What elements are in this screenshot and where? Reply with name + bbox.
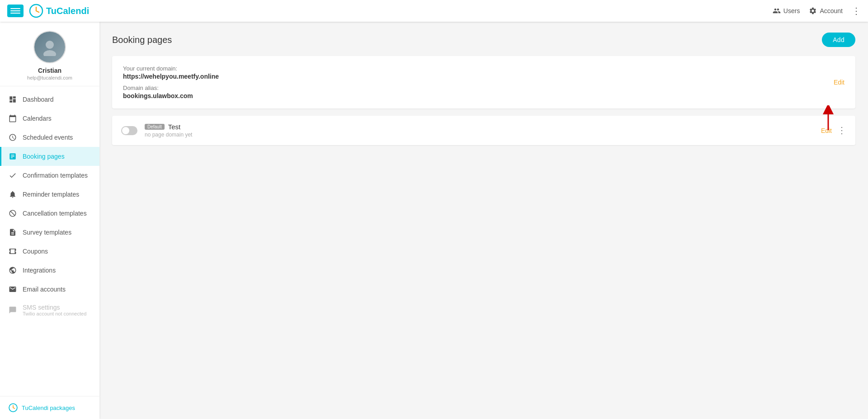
sidebar-item-label-scheduled-events: Scheduled events <box>23 134 73 141</box>
sidebar-item-booking-pages[interactable]: Booking pages <box>0 147 99 166</box>
sidebar-item-label-survey-templates: Survey templates <box>23 229 71 236</box>
clock-icon <box>8 133 17 142</box>
more-options-icon[interactable]: ⋮ <box>852 5 861 16</box>
coupon-icon <box>8 247 17 256</box>
sidebar-item-confirmation-templates[interactable]: Confirmation templates <box>0 166 99 185</box>
current-domain-row: Your current domain: https://wehelpyou.m… <box>123 65 219 80</box>
page-icon <box>8 152 17 161</box>
sidebar-item-reminder-templates[interactable]: Reminder templates <box>0 185 99 204</box>
default-badge: Default <box>145 124 165 130</box>
sidebar-item-label-dashboard: Dashboard <box>23 96 54 103</box>
sms-settings-sub: Twilio account not connected <box>23 311 86 316</box>
sidebar-item-dashboard[interactable]: Dashboard <box>0 90 99 109</box>
sms-icon <box>8 306 17 315</box>
hamburger-icon[interactable] <box>7 5 24 17</box>
packages-logo-icon <box>8 403 18 413</box>
sidebar-item-label-coupons: Coupons <box>23 248 48 255</box>
sidebar-footer: TuCalendi packages <box>0 396 99 419</box>
sidebar-item-label-calendars: Calendars <box>23 115 52 122</box>
topbar-right: Users Account ⋮ <box>773 5 861 16</box>
booking-page-toggle[interactable] <box>121 126 137 135</box>
profile-email: help@tucalendi.com <box>27 75 72 80</box>
topbar-brand: TuCalendi <box>29 4 89 18</box>
sidebar-item-sms-settings: SMS settings Twilio account not connecte… <box>0 299 99 321</box>
sidebar-item-scheduled-events[interactable]: Scheduled events <box>0 128 99 147</box>
add-button[interactable]: Add <box>822 33 855 47</box>
topbar-left: TuCalendi <box>7 4 89 18</box>
topbar: TuCalendi Users Account ⋮ <box>0 0 868 22</box>
sidebar-profile: Cristian help@tucalendi.com <box>0 22 99 86</box>
page-title: Booking pages <box>112 35 172 45</box>
svg-point-1 <box>46 41 54 49</box>
avatar-placeholder <box>34 32 65 62</box>
sidebar: Cristian help@tucalendi.com Dashboard Ca… <box>0 22 99 419</box>
domain-alias-row: Domain alias: bookings.ulawbox.com <box>123 85 219 99</box>
red-arrow-icon <box>823 105 834 132</box>
avatar <box>33 31 66 63</box>
check-icon <box>8 171 17 180</box>
more-options-booking-icon[interactable]: ⋮ <box>837 125 846 135</box>
sidebar-item-label-email-accounts: Email accounts <box>23 286 66 293</box>
survey-icon <box>8 228 17 237</box>
sidebar-item-label-integrations: Integrations <box>23 267 56 274</box>
sidebar-nav: Dashboard Calendars Scheduled events Boo… <box>0 86 99 396</box>
domain-alias-value: bookings.ulawbox.com <box>123 92 219 99</box>
brand-logo-icon <box>29 4 43 18</box>
sidebar-item-survey-templates[interactable]: Survey templates <box>0 223 99 242</box>
profile-name: Cristian <box>38 67 61 74</box>
sidebar-item-email-accounts[interactable]: Email accounts <box>0 280 99 299</box>
reminder-icon <box>8 190 17 199</box>
users-button[interactable]: Users <box>773 7 800 15</box>
sidebar-item-cancellation-templates[interactable]: Cancellation templates <box>0 204 99 223</box>
domain-edit-link[interactable]: Edit <box>834 79 844 86</box>
domain-alias-label: Domain alias: <box>123 85 219 91</box>
booking-page-card: Default Test no page domain yet Edit <box>112 116 855 145</box>
sms-settings-info: SMS settings Twilio account not connecte… <box>23 304 86 316</box>
current-domain-label: Your current domain: <box>123 65 219 72</box>
sidebar-item-label-cancellation-templates: Cancellation templates <box>23 210 87 217</box>
gear-icon <box>809 7 817 15</box>
domain-card: Your current domain: https://wehelpyou.m… <box>112 56 855 108</box>
users-label: Users <box>783 7 800 14</box>
domain-info: Your current domain: https://wehelpyou.m… <box>123 65 219 99</box>
svg-point-2 <box>43 50 56 56</box>
integrations-icon <box>8 266 17 275</box>
account-label: Account <box>820 7 843 14</box>
sidebar-item-coupons[interactable]: Coupons <box>0 242 99 261</box>
users-icon <box>773 7 781 15</box>
booking-page-section: Default Test no page domain yet Edit <box>112 116 855 151</box>
avatar-image <box>41 38 59 56</box>
sidebar-item-calendars[interactable]: Calendars <box>0 109 99 128</box>
cancel-icon <box>8 209 17 218</box>
page-header: Booking pages Add <box>112 33 855 47</box>
booking-page-name: Test <box>168 123 181 131</box>
calendar-icon <box>8 114 17 123</box>
arrow-container: ⋮ <box>837 126 846 135</box>
dashboard-icon <box>8 95 17 104</box>
sidebar-item-label-reminder-templates: Reminder templates <box>23 191 79 198</box>
booking-page-sub: no page domain yet <box>145 132 814 138</box>
current-domain-value: https://wehelpyou.meetfy.online <box>123 73 219 80</box>
packages-link[interactable]: TuCalendi packages <box>8 403 91 413</box>
sidebar-item-label-booking-pages: Booking pages <box>23 153 65 160</box>
email-icon <box>8 285 17 294</box>
booking-page-name-row: Default Test <box>145 123 814 131</box>
booking-page-info: Default Test no page domain yet <box>145 123 814 138</box>
brand-name: TuCalendi <box>46 6 89 16</box>
sidebar-item-integrations[interactable]: Integrations <box>0 261 99 280</box>
booking-page-actions: Edit ⋮ <box>821 126 846 135</box>
packages-label: TuCalendi packages <box>22 405 75 411</box>
account-button[interactable]: Account <box>809 7 843 15</box>
main-content: Booking pages Add Your current domain: h… <box>99 22 868 419</box>
sidebar-item-label-confirmation-templates: Confirmation templates <box>23 172 88 179</box>
sidebar-item-label-sms-settings: SMS settings <box>23 304 86 311</box>
